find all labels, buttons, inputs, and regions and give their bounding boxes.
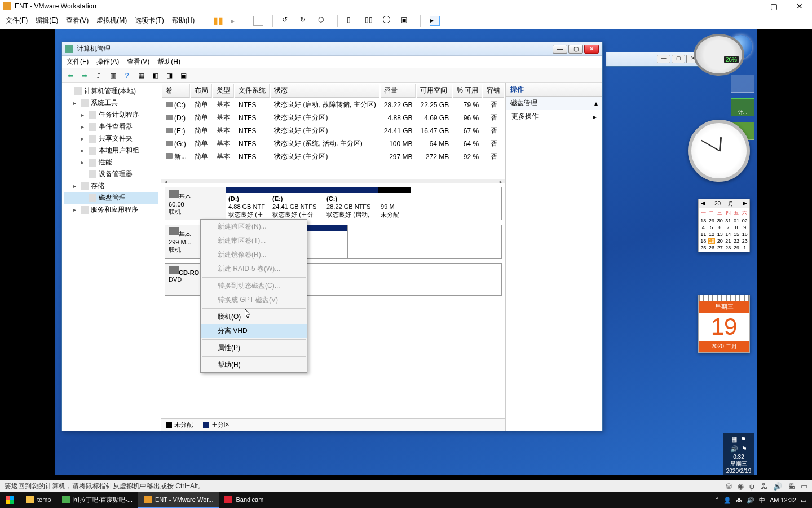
tray-people-icon[interactable]: 👤 (723, 497, 731, 504)
back-button[interactable]: ⬅ (64, 69, 77, 82)
network-icon[interactable]: 🖧 (760, 482, 767, 491)
tree-item[interactable]: 设备管理器 (64, 168, 158, 180)
navigation-tree[interactable]: 计算机管理(本地)▸系统工具▸任务计划程序▸事件查看器▸共享文件夹▸本地用户和组… (62, 83, 161, 431)
snapshot-mgr-icon[interactable]: ↻ (300, 16, 310, 26)
volume-row[interactable]: (G:)简单基本NTFS状态良好 (系统, 活动, 主分区)100 MB64 M… (162, 138, 504, 150)
cpu-meter-gadget[interactable]: 26% (694, 34, 744, 76)
tray-action-icon[interactable]: ⚑ (742, 445, 747, 453)
partition[interactable]: (E:)24.41 GB NTFS状态良好 (主分 (270, 187, 324, 220)
calendar-gadget[interactable]: ◀ 20 二月 ▶ 一二三四五六182930310102456789111213… (698, 199, 750, 252)
tree-item[interactable]: ▸本地用户和组 (64, 144, 158, 156)
actions-more[interactable]: 更多操作 ▸ (506, 110, 602, 124)
cal-prev-icon[interactable]: ◀ (701, 200, 705, 208)
tree-item[interactable]: ▸系统工具 (64, 97, 158, 109)
bg-min-button[interactable]: — (657, 55, 670, 63)
host-menu-vm[interactable]: 虚拟机(M) (96, 16, 127, 25)
partition[interactable]: 99 M未分配 (378, 187, 411, 220)
mmc-minimize-button[interactable]: — (553, 45, 567, 54)
taskbar-item[interactable]: Bandicam (219, 492, 269, 508)
column-header[interactable]: 卷 (162, 84, 190, 98)
refresh-button[interactable]: ▦ (135, 69, 147, 82)
column-header[interactable]: % 可用 (453, 84, 482, 98)
tray-chevron-icon[interactable]: ˄ (716, 497, 719, 504)
mmc-menu-file[interactable]: 文件(F) (67, 57, 89, 67)
view-fullscreen-icon[interactable]: ⛶ (383, 16, 393, 26)
toolbar-icon[interactable]: ◨ (163, 69, 175, 82)
tree-item[interactable]: ▸任务计划程序 (64, 109, 158, 121)
taskbar-item[interactable]: 图拉丁吧-百度贴吧-... (56, 492, 138, 508)
splitter[interactable] (161, 179, 505, 183)
tree-item[interactable]: 磁盘管理 (64, 192, 158, 204)
volume-row[interactable]: (C:)简单基本NTFS状态良好 (启动, 故障转储, 主分区)28.22 GB… (162, 99, 504, 111)
host-systray[interactable]: ˄ 👤 🖧 🔊 中 AM 12:32 ▭ (710, 496, 812, 505)
host-close-button[interactable]: ✕ (787, 0, 812, 12)
context-menu-item[interactable]: 分离 VHD (201, 324, 307, 338)
tree-item[interactable]: ▸服务和应用程序 (64, 204, 158, 216)
column-header[interactable]: 容错 (483, 84, 504, 98)
tree-item[interactable]: ▸事件查看器 (64, 121, 158, 133)
sound-icon[interactable]: 🔊 (773, 482, 782, 491)
pause-icon[interactable]: ▮▮ (213, 15, 223, 26)
snapshot-icon[interactable]: ↺ (282, 16, 292, 26)
disk-context-menu[interactable]: 新建跨区卷(N)...新建带区卷(T)...新建镜像卷(R)...新建 RAID… (200, 219, 307, 373)
host-minimize-button[interactable]: — (736, 0, 761, 12)
console-icon[interactable]: ▸_ (430, 16, 440, 26)
context-menu-item[interactable]: 属性(P) (201, 341, 307, 355)
volume-row[interactable]: (D:)简单基本NTFS状态良好 (主分区)4.88 GB4.69 GB96 %… (162, 112, 504, 124)
tree-item[interactable]: ▸性能 (64, 156, 158, 168)
partition[interactable]: (D:)4.88 GB NTF状态良好 (主 (226, 187, 270, 220)
column-header[interactable]: 类型 (213, 84, 234, 98)
mmc-menu-view[interactable]: 查看(V) (127, 57, 149, 67)
mmc-maximize-button[interactable]: ▢ (568, 45, 583, 54)
column-header[interactable]: 文件系统 (235, 84, 270, 98)
tray-sound-icon[interactable]: 🔊 (730, 445, 738, 453)
bg-max-button[interactable]: ▢ (672, 55, 685, 63)
actions-section[interactable]: 磁盘管理 ▴ (506, 97, 602, 110)
host-menu-file[interactable]: 文件(F) (6, 16, 28, 25)
tree-item[interactable]: ▸共享文件夹 (64, 133, 158, 144)
volume-row[interactable]: 新...简单基本NTFS状态良好 (主分区)297 MB272 MB92 %否 (162, 151, 504, 163)
disk-row[interactable]: 基本60.00联机(D:)4.88 GB NTF状态良好 (主(E:)24.41… (165, 187, 502, 220)
volume-row[interactable]: (E:)简单基本NTFS状态良好 (主分区)24.41 GB16.47 GB67… (162, 125, 504, 137)
toolbar-icon[interactable] (253, 16, 263, 26)
cd-icon[interactable]: ◉ (738, 482, 744, 491)
view-split-icon[interactable]: ▯▯ (365, 16, 375, 26)
column-header[interactable]: 可用空间 (417, 84, 452, 98)
background-window[interactable]: — ▢ ✕ (606, 52, 701, 67)
tree-item[interactable]: 计算机管理(本地) (64, 85, 158, 97)
usb-icon[interactable]: ψ (749, 482, 754, 491)
guest-systray[interactable]: ▦ ⚑ 🔊 ⚑ 0:32 星期三 2020/2/19 (723, 433, 754, 475)
display-icon[interactable]: ▭ (801, 482, 807, 491)
context-menu-item[interactable]: 帮助(H) (201, 358, 307, 372)
mmc-titlebar[interactable]: 计算机管理 — ▢ ✕ (62, 42, 602, 56)
clock-gadget[interactable] (688, 120, 750, 182)
host-menu-help[interactable]: 帮助(H) (172, 16, 195, 25)
taskbar-item[interactable]: ENT - VMware Wor... (138, 492, 219, 508)
play-icon[interactable]: ▸ (231, 17, 235, 25)
host-menu-edit[interactable]: 编辑(E) (36, 16, 58, 25)
host-tray-time[interactable]: AM 12:32 (770, 497, 796, 503)
partition[interactable]: (C:)28.22 GB NTFS状态良好 (启动, (324, 187, 378, 220)
vm-desktop[interactable]: — ▢ ✕ 计算机管理 — ▢ ✕ 文件(F) 操作(A) 查看(V) 帮助(H… (55, 29, 757, 475)
tray-notif-icon[interactable]: ▭ (801, 497, 806, 504)
mmc-menu-help[interactable]: 帮助(H) (157, 57, 180, 67)
column-header[interactable]: 容量 (381, 84, 416, 98)
mmc-menu-action[interactable]: 操作(A) (96, 57, 119, 67)
disk-header[interactable]: 基本60.00联机 (165, 187, 226, 220)
help-button[interactable]: ? (121, 69, 133, 82)
tray-vol-icon[interactable]: 🔊 (747, 497, 754, 504)
cal-next-icon[interactable]: ▶ (743, 200, 747, 208)
host-start-button[interactable] (0, 492, 20, 508)
host-menu-view[interactable]: 查看(V) (66, 16, 89, 25)
toolbar-icon[interactable]: ▣ (177, 69, 189, 82)
host-menu-tabs[interactable]: 选项卡(T) (135, 16, 164, 25)
collapse-icon[interactable]: ▴ (594, 99, 598, 107)
context-menu-item[interactable]: 脱机(O) (201, 310, 307, 324)
up-button[interactable]: ⤴ (92, 69, 105, 82)
host-maximize-button[interactable]: ▢ (761, 0, 787, 12)
flip-calendar-gadget[interactable]: 星期三 19 2020 二月 (698, 295, 750, 353)
tray-net-icon[interactable]: 🖧 (736, 497, 742, 503)
tray-ime-icon[interactable]: 中 (759, 496, 765, 505)
tray-network-icon[interactable]: ▦ (731, 436, 737, 443)
column-header[interactable]: 布局 (191, 84, 212, 98)
